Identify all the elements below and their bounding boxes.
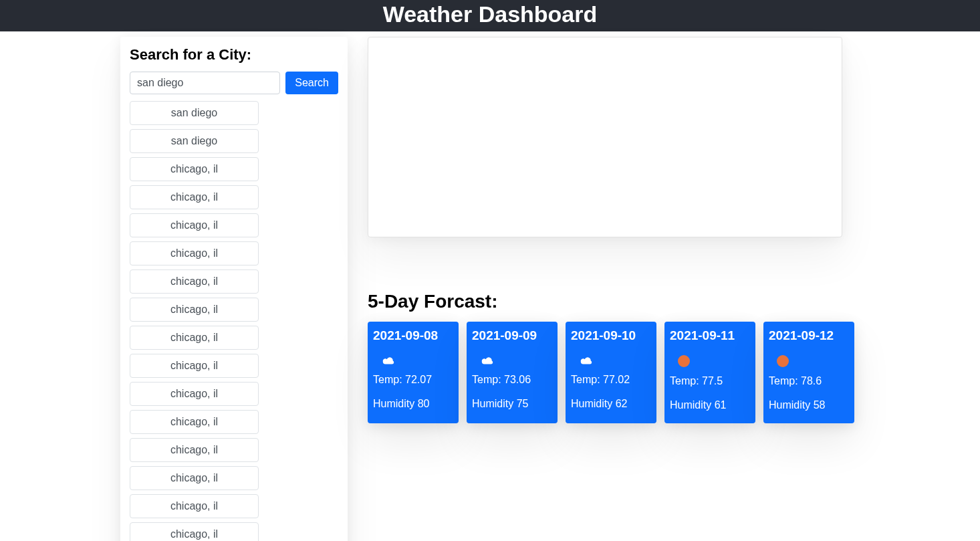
forecast-card: 2021-09-09Temp: 73.06Humidity 75 (467, 322, 558, 423)
forecast-humidity: Humidity 58 (769, 399, 849, 411)
forecast-date: 2021-09-10 (571, 328, 651, 343)
forecast-date: 2021-09-08 (373, 328, 453, 343)
history-item[interactable]: chicago, il (130, 438, 259, 462)
forecast-date: 2021-09-09 (472, 328, 552, 343)
forecast-card: 2021-09-11Temp: 77.5Humidity 61 (664, 322, 755, 423)
app-header: Weather Dashboard (0, 0, 980, 31)
history-item[interactable]: chicago, il (130, 269, 259, 294)
page-title: Weather Dashboard (0, 1, 980, 27)
history-item[interactable]: chicago, il (130, 326, 259, 350)
forecast-humidity: Humidity 62 (571, 398, 651, 410)
forecast-humidity: Humidity 80 (373, 398, 453, 410)
current-weather-card (368, 37, 842, 237)
forecast-heading: 5-Day Forcast: (368, 291, 860, 312)
history-item[interactable]: chicago, il (130, 382, 259, 406)
history-item[interactable]: chicago, il (130, 241, 259, 265)
history-item[interactable]: chicago, il (130, 410, 259, 434)
history-item[interactable]: san diego (130, 101, 259, 125)
forecast-section: 5-Day Forcast: 2021-09-08Temp: 72.07Humi… (368, 291, 860, 423)
cloud-icon (579, 355, 651, 366)
cloud-icon (381, 355, 453, 366)
forecast-humidity: Humidity 75 (472, 398, 552, 410)
forecast-date: 2021-09-12 (769, 328, 849, 343)
history-item[interactable]: chicago, il (130, 185, 259, 209)
main-panel: 5-Day Forcast: 2021-09-08Temp: 72.07Humi… (368, 37, 860, 423)
search-history-list: san diegosan diegochicago, ilchicago, il… (130, 101, 338, 541)
forecast-humidity: Humidity 61 (670, 399, 750, 411)
forecast-temp: Temp: 73.06 (472, 374, 552, 386)
history-item[interactable]: chicago, il (130, 494, 259, 518)
search-sidebar: Search for a City: Search san diegosan d… (120, 37, 348, 541)
forecast-temp: Temp: 77.02 (571, 374, 651, 386)
history-item[interactable]: chicago, il (130, 354, 259, 378)
history-item[interactable]: san diego (130, 129, 259, 153)
city-search-input[interactable] (130, 72, 280, 94)
cloud-icon (480, 355, 552, 366)
search-row: Search (130, 72, 338, 94)
forecast-temp: Temp: 78.6 (769, 375, 849, 387)
forecast-temp: Temp: 77.5 (670, 375, 750, 387)
history-item[interactable]: chicago, il (130, 466, 259, 490)
history-item[interactable]: chicago, il (130, 157, 259, 181)
main-container: Search for a City: Search san diegosan d… (0, 31, 980, 541)
history-item[interactable]: chicago, il (130, 522, 259, 541)
forecast-date: 2021-09-11 (670, 328, 750, 343)
forecast-row: 2021-09-08Temp: 72.07Humidity 802021-09-… (368, 322, 860, 423)
forecast-card: 2021-09-08Temp: 72.07Humidity 80 (368, 322, 459, 423)
forecast-card: 2021-09-10Temp: 77.02Humidity 62 (566, 322, 656, 423)
sun-icon (777, 355, 849, 367)
forecast-card: 2021-09-12Temp: 78.6Humidity 58 (763, 322, 854, 423)
search-button[interactable]: Search (285, 72, 338, 94)
forecast-temp: Temp: 72.07 (373, 374, 453, 386)
history-item[interactable]: chicago, il (130, 298, 259, 322)
search-heading: Search for a City: (130, 46, 338, 64)
sun-icon (678, 355, 750, 367)
history-item[interactable]: chicago, il (130, 213, 259, 237)
